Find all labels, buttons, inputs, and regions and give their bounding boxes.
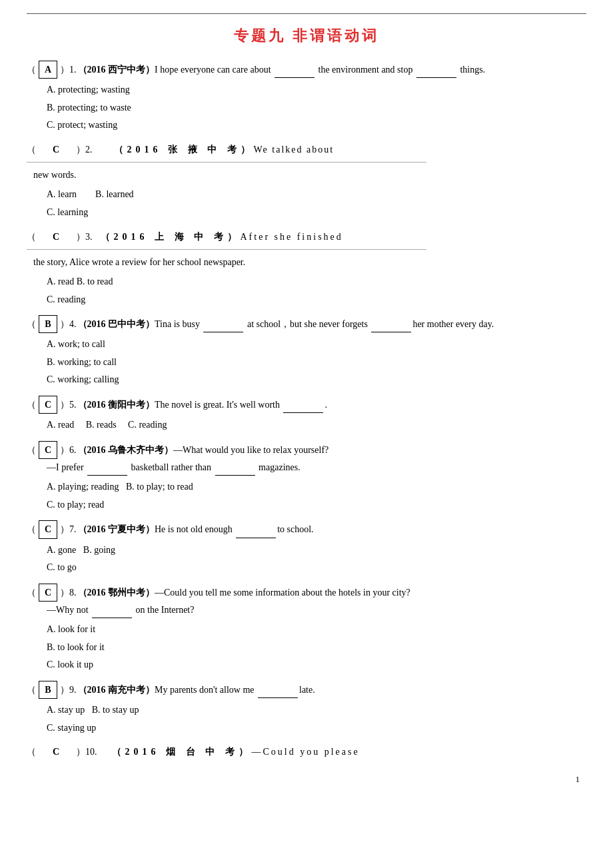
question-7: （ C ） 7. （2016 宁夏中考） He is not old enoug… <box>27 520 586 576</box>
q10-number: 10. <box>85 743 97 760</box>
question-8: （ C ） 8. （2016 鄂州中考） —Could you tell me … <box>27 584 586 674</box>
q4-number: 4. <box>69 316 77 332</box>
q2-paren-close: ） <box>76 141 85 158</box>
q1-text: I hope everyone can care about the envir… <box>155 61 485 78</box>
q6-options: A. playing; reading B. to play; to read … <box>27 478 586 514</box>
q4-options: A. work; to call B. working; to call C. … <box>27 336 586 389</box>
question-4: （ B ） 4. （2016 巴中中考） Tina is busy at sch… <box>27 315 586 389</box>
q3-divider <box>27 249 426 250</box>
q3-text2: the story, Alice wrote a review for her … <box>27 254 586 270</box>
q4-optC: C. working; calling <box>47 371 586 389</box>
q8-paren-open: （ <box>27 584 36 601</box>
q3-paren-close: ） <box>76 228 85 245</box>
q5-optA: A. read B. reads C. reading <box>47 416 586 434</box>
question-10: （ C ） 10. （2016 烟 台 中 考） —Could you plea… <box>27 743 586 760</box>
question-9: （ B ） 9. （2016 南充中考） My parents don't al… <box>27 681 586 737</box>
q5-paren-open: （ <box>27 396 36 413</box>
q6-year: （2016 乌鲁木齐中考） <box>78 442 174 458</box>
q8-optC: C. look it up <box>47 656 586 674</box>
q4-answer: B <box>39 315 57 333</box>
q8-options: A. look for it B. to look for it C. look… <box>27 621 586 674</box>
q6-optC: C. to play; read <box>47 496 586 514</box>
q9-year: （2016 南充中考） <box>78 681 155 698</box>
q6-answer: C <box>39 441 57 459</box>
q1-number: 1. <box>69 61 77 78</box>
q1-year: （2016 西宁中考） <box>78 61 155 78</box>
q1-answer: A <box>39 61 57 79</box>
q3-text: After she finished <box>241 228 343 245</box>
q2-divider <box>27 162 426 163</box>
q4-year: （2016 巴中中考） <box>78 316 155 332</box>
q5-options: A. read B. reads C. reading <box>27 416 586 434</box>
q2-year: （2016 张 掖 中 考） <box>114 141 254 158</box>
q6-paren-close: ） <box>60 442 69 458</box>
q5-paren-close: ） <box>60 396 69 413</box>
q9-number: 9. <box>69 681 77 698</box>
q5-answer: C <box>39 396 57 414</box>
q1-paren-close: ） <box>60 61 69 78</box>
q4-text: Tina is busy at school，but she never for… <box>155 316 494 332</box>
q9-paren-open: （ <box>27 681 36 698</box>
q10-text: —Could you please <box>252 743 360 760</box>
q8-paren-close: ） <box>60 584 69 601</box>
q10-paren-open: （ <box>27 743 36 760</box>
q3-options: A. read B. to read C. reading <box>27 273 586 308</box>
q1-optA: A. protecting; wasting <box>47 81 586 99</box>
q1-paren-open: （ <box>27 61 36 78</box>
q7-text: He is not old enough to school. <box>155 521 314 538</box>
question-2: （ C ） 2. （2016 张 掖 中 考） We talked about … <box>27 141 586 222</box>
q8-year: （2016 鄂州中考） <box>78 584 155 601</box>
page-number: 1 <box>27 774 586 785</box>
q2-text: We talked about <box>254 141 334 158</box>
q6-optA: A. playing; reading B. to play; to read <box>47 478 586 496</box>
question-5: （ C ） 5. （2016 衡阳中考） The novel is great.… <box>27 396 586 434</box>
q7-optC: C. to go <box>47 559 586 577</box>
q2-number: 2. <box>85 141 93 158</box>
q8-number: 8. <box>69 584 77 601</box>
q7-options: A. gone B. going C. to go <box>27 542 586 577</box>
question-1: （ A ） 1. （2016 西宁中考） I hope everyone can… <box>27 61 586 135</box>
q10-paren-close: ） <box>76 743 85 760</box>
q2-paren-open: （ <box>27 141 36 158</box>
q10-answer-space: C <box>36 743 76 760</box>
q4-optB: B. working; to call <box>47 354 586 372</box>
q7-number: 7. <box>69 521 77 538</box>
q8-text2: —Why not on the Internet? <box>27 602 586 618</box>
q6-text2: —I prefer basketball rather than magazin… <box>27 459 586 476</box>
q7-answer: C <box>39 520 57 538</box>
q6-paren-open: （ <box>27 442 36 458</box>
q8-optB: B. to look for it <box>47 639 586 657</box>
q7-year: （2016 宁夏中考） <box>78 521 155 538</box>
q1-optC: C. protect; wasting <box>47 117 586 135</box>
q9-paren-close: ） <box>60 681 69 698</box>
q9-options: A. stay up B. to stay up C. staying up <box>27 701 586 737</box>
q9-optA: A. stay up B. to stay up <box>47 701 586 719</box>
q3-answer-space: C <box>36 228 76 245</box>
q2-answer-space: C <box>36 141 76 158</box>
q10-year: （2016 烟 台 中 考） <box>112 743 252 760</box>
q3-optA: A. read B. to read <box>47 273 586 291</box>
q5-text: The novel is great. It's well worth . <box>155 396 327 413</box>
q3-year: （2016 上 海 中 考） <box>101 228 241 245</box>
q8-optA: A. look for it <box>47 621 586 639</box>
q3-optC: C. reading <box>47 291 586 309</box>
q4-paren-open: （ <box>27 316 36 332</box>
q8-text1: —Could you tell me some information abou… <box>155 584 410 601</box>
q1-optB: B. protecting; to waste <box>47 99 586 117</box>
q5-number: 5. <box>69 396 77 413</box>
q3-number: 3. <box>85 228 93 245</box>
question-6: （ C ） 6. （2016 乌鲁木齐中考） —What would you l… <box>27 441 586 514</box>
q8-answer: C <box>39 584 57 602</box>
q2-optC: C. learning <box>47 204 586 222</box>
q7-paren-close: ） <box>60 521 69 538</box>
question-3: （ C ） 3. （2016 上 海 中 考） After she finish… <box>27 228 586 309</box>
q5-year: （2016 衡阳中考） <box>78 396 155 413</box>
q6-text1: —What would you like to relax yourself? <box>173 442 328 458</box>
q9-optC: C. staying up <box>47 719 586 737</box>
q3-paren-open: （ <box>27 228 36 245</box>
q1-options: A. protecting; wasting B. protecting; to… <box>27 81 586 135</box>
q4-paren-close: ） <box>60 316 69 332</box>
q2-options: A. learn B. learned C. learning <box>27 186 586 221</box>
q4-optA: A. work; to call <box>47 336 586 354</box>
page-title: 专题九 非谓语动词 <box>27 26 586 46</box>
